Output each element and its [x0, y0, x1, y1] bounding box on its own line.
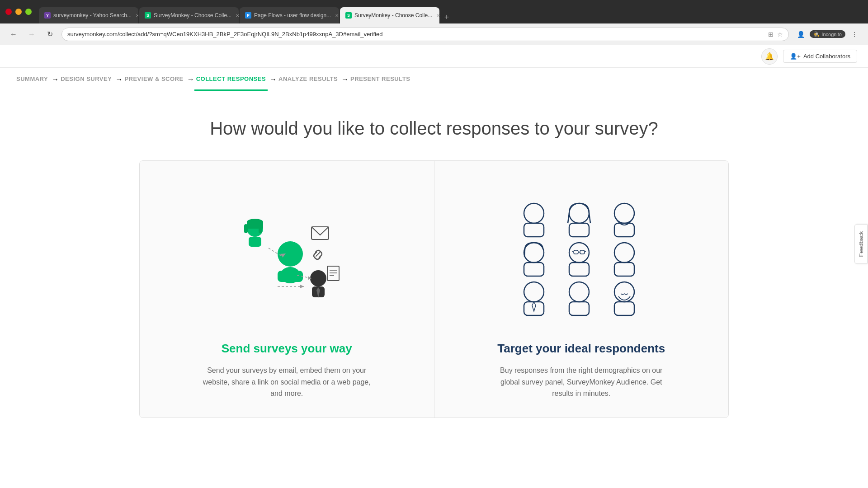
svg-point-44: [524, 282, 544, 302]
arrow-5: →: [341, 75, 349, 84]
tab-bar: Y surveymonkey - Yahoo Search... ✕ S Sur…: [39, 0, 863, 23]
tab-design-survey[interactable]: DESIGN SURVEY: [59, 68, 113, 91]
feedback-label: Feedback: [858, 231, 864, 257]
svg-rect-2: [278, 271, 303, 282]
arrow-2: →: [115, 75, 123, 84]
tab-collect-responses[interactable]: COLLECT RESPONSES: [194, 68, 268, 91]
notification-button[interactable]: 🔔: [761, 48, 778, 65]
svg-rect-25: [524, 223, 544, 237]
svg-line-13: [316, 253, 320, 256]
address-text: surveymonkey.com/collect/add/?sm=qWCeo19…: [67, 31, 768, 38]
window-controls: [5, 9, 32, 15]
tab-favicon-1: Y: [44, 12, 51, 19]
nav-tabs: SUMMARY → DESIGN SURVEY → PREVIEW & SCOR…: [0, 68, 868, 91]
svg-rect-14: [327, 266, 339, 281]
tab-analyze-results[interactable]: ANALYZE RESULTS: [277, 68, 340, 91]
tab-label-4: SurveyMonkey - Choose Colle...: [354, 12, 432, 19]
send-surveys-description: Send your surveys by email, embed them o…: [201, 365, 373, 399]
svg-rect-8: [249, 237, 261, 247]
cards-container: Send surveys your way Send your surveys …: [139, 160, 729, 418]
send-surveys-title: Send surveys your way: [222, 342, 352, 356]
add-collaborators-icon: 👤+: [790, 53, 801, 60]
reload-button[interactable]: ↻: [43, 28, 56, 41]
svg-point-24: [524, 203, 544, 223]
svg-point-49: [614, 282, 634, 302]
svg-point-35: [569, 243, 589, 263]
address-icons: ⊞ ☆: [768, 31, 783, 38]
tab-summary[interactable]: SUMMARY: [14, 68, 50, 91]
tab-present-results[interactable]: PRESENT RESULTS: [349, 68, 412, 91]
incognito-label: Incognito: [821, 32, 842, 37]
address-bar[interactable]: surveymonkey.com/collect/add/?sm=qWCeo19…: [61, 28, 789, 41]
browser-tab-3[interactable]: P Page Flows - user flow design... ✕: [240, 7, 339, 23]
svg-point-9: [310, 270, 326, 286]
svg-point-32: [524, 243, 544, 263]
target-respondents-title: Target your ideal respondents: [497, 342, 665, 356]
svg-rect-36: [574, 250, 578, 254]
picture-in-picture-icon: ⊞: [768, 31, 774, 38]
address-bar-row: ← → ↻ surveymonkey.com/collect/add/?sm=q…: [0, 23, 868, 45]
main-page: How would you like to collect responses …: [118, 91, 750, 436]
add-collaborators-button[interactable]: 👤+ Add Collaborators: [783, 50, 857, 63]
svg-point-47: [569, 282, 589, 302]
target-respondents-card[interactable]: Target your ideal respondents Buy respon…: [434, 161, 729, 418]
tab-preview-score[interactable]: PREVIEW & SCORE: [123, 68, 185, 91]
svg-rect-6: [244, 224, 248, 233]
svg-rect-37: [580, 250, 585, 254]
tab-favicon-3: P: [245, 12, 251, 19]
browser-tab-4[interactable]: S SurveyMonkey - Choose Colle... ✕: [340, 7, 439, 23]
svg-rect-7: [259, 224, 262, 233]
svg-point-26: [569, 203, 589, 223]
tab-label-2: SurveyMonkey - Choose Colle...: [154, 12, 231, 19]
tab-close-3[interactable]: ✕: [334, 12, 339, 19]
tab-collect-label: COLLECT RESPONSES: [196, 75, 266, 82]
browser-tab-2[interactable]: S SurveyMonkey - Choose Colle... ✕: [139, 7, 239, 23]
feedback-button[interactable]: Feedback: [854, 224, 868, 263]
tab-close-1[interactable]: ✕: [134, 12, 138, 19]
tab-close-2[interactable]: ✕: [234, 12, 239, 19]
svg-line-27: [568, 213, 569, 223]
svg-rect-50: [614, 302, 634, 315]
app-topbar: 🔔 👤+ Add Collaborators: [0, 45, 868, 68]
target-respondents-illustration: [456, 183, 707, 327]
close-window-button[interactable]: [5, 9, 12, 15]
page-heading: How would you like to collect responses …: [139, 118, 729, 139]
browser-chrome: Y surveymonkey - Yahoo Search... ✕ S Sur…: [0, 0, 868, 23]
send-surveys-svg: [223, 192, 350, 318]
bookmark-icon: ☆: [777, 31, 783, 38]
maximize-window-button[interactable]: [25, 9, 32, 15]
forward-button[interactable]: →: [25, 28, 38, 41]
extensions-button[interactable]: ⋮: [848, 28, 861, 41]
tab-close-4[interactable]: ✕: [435, 12, 439, 19]
svg-point-42: [614, 243, 634, 263]
svg-marker-46: [532, 302, 536, 311]
page-content: 🔔 👤+ Add Collaborators SUMMARY → DESIGN …: [0, 45, 868, 436]
tab-summary-label: SUMMARY: [16, 75, 48, 82]
tab-label-1: surveymonkey - Yahoo Search...: [53, 12, 132, 19]
svg-line-33: [524, 249, 525, 257]
respondents-grid-svg: [509, 192, 654, 318]
tab-present-label: PRESENT RESULTS: [350, 75, 410, 82]
target-respondents-description: Buy responses from the right demographic…: [495, 365, 667, 399]
browser-tab-1[interactable]: Y surveymonkey - Yahoo Search... ✕: [39, 7, 138, 23]
incognito-icon: 🕵: [813, 31, 820, 37]
tab-analyze-label: ANALYZE RESULTS: [278, 75, 338, 82]
svg-rect-41: [569, 263, 589, 276]
svg-rect-29: [569, 223, 589, 237]
svg-rect-45: [524, 302, 544, 315]
tab-label-3: Page Flows - user flow design...: [254, 12, 331, 19]
svg-rect-48: [569, 302, 589, 315]
svg-marker-23: [300, 285, 304, 288]
new-tab-button[interactable]: +: [440, 11, 453, 23]
send-surveys-card[interactable]: Send surveys your way Send your surveys …: [140, 161, 434, 418]
svg-line-28: [589, 213, 590, 223]
profile-button[interactable]: 👤: [794, 28, 807, 41]
tab-favicon-2: S: [145, 12, 151, 19]
back-button[interactable]: ←: [7, 28, 20, 41]
minimize-window-button[interactable]: [15, 9, 22, 15]
tab-preview-label: PREVIEW & SCORE: [124, 75, 183, 82]
send-surveys-illustration: [161, 183, 412, 327]
browser-actions: 👤 🕵 Incognito ⋮: [794, 28, 861, 41]
tab-design-label: DESIGN SURVEY: [61, 75, 112, 82]
incognito-badge: 🕵 Incognito: [810, 30, 845, 38]
